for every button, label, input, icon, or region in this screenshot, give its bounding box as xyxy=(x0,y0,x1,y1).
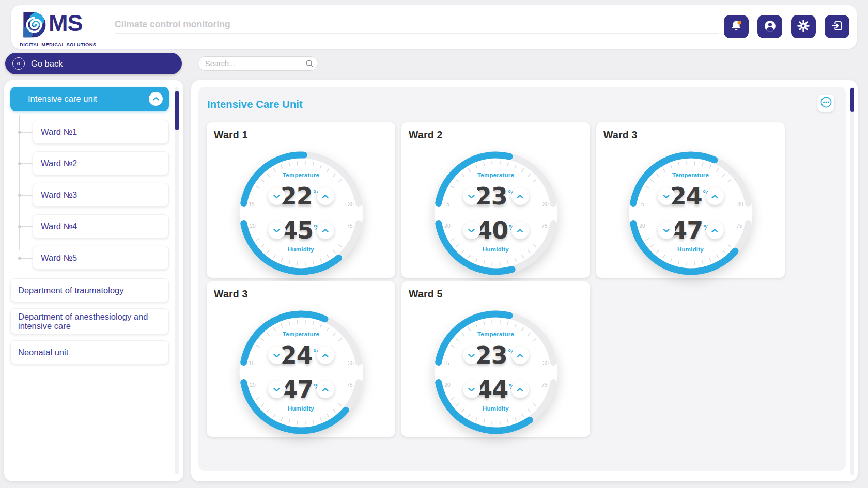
temperature-increase-button[interactable] xyxy=(512,187,529,205)
humidity-increase-button[interactable] xyxy=(512,222,529,239)
panel-title: Intensive Care Unit xyxy=(207,99,303,111)
main-scrollbar-thumb[interactable] xyxy=(850,88,854,112)
climate-gauge: 15302075Temperature 22°C 45% Humidity xyxy=(236,148,366,278)
sidebar-item-ward-1[interactable]: Ward №1 xyxy=(33,120,169,144)
temperature-label: Temperature xyxy=(236,331,366,337)
ward-card-title: Ward 3 xyxy=(596,129,785,141)
header-bar: MS DIGITAL MEDICAL SOLUTIONS xyxy=(11,5,857,49)
humidity-decrease-button[interactable] xyxy=(268,222,286,239)
ward-card-title: Ward 3 xyxy=(207,288,395,300)
chevron-down-icon xyxy=(273,193,281,200)
humidity-increase-button[interactable] xyxy=(512,381,529,398)
temperature-increase-button[interactable] xyxy=(317,187,334,205)
temperature-decrease-button[interactable] xyxy=(463,347,481,364)
humidity-label: Humidity xyxy=(431,405,561,412)
sidebar-item-label: Intensive care unit xyxy=(10,94,97,104)
climate-gauge: 15302075Temperature 23°C 40% Humidity xyxy=(431,148,561,278)
sidebar-item-intensive-care-unit[interactable]: Intensive care unit xyxy=(10,87,169,111)
chevron-up-icon xyxy=(152,95,160,103)
header-actions xyxy=(724,15,849,38)
ellipsis-icon xyxy=(820,96,832,110)
temperature-increase-button[interactable] xyxy=(706,187,724,205)
humidity-value: 44% xyxy=(431,377,561,407)
temperature-value: 22°C xyxy=(236,184,366,214)
humidity-label: Humidity xyxy=(626,246,756,253)
search-input[interactable] xyxy=(198,56,318,71)
ward-card: Ward 515302075Temperature 23°C 44% Humid… xyxy=(401,281,590,437)
sidebar-item-department-1[interactable]: Department of traumatology xyxy=(10,278,169,302)
dms-logo-d-icon xyxy=(20,10,49,42)
chevron-up-icon xyxy=(321,352,329,359)
ward-cards-grid: Ward 115302075Temperature 22°C 45% Humid… xyxy=(207,122,785,437)
account-button[interactable] xyxy=(757,15,782,38)
sidebar: Intensive care unit Ward №1Ward №2Ward №… xyxy=(4,80,183,481)
chevron-down-icon xyxy=(468,386,475,393)
temperature-increase-button[interactable] xyxy=(317,347,334,364)
humidity-decrease-button[interactable] xyxy=(658,222,675,239)
sidebar-item-ward-4[interactable]: Ward №4 xyxy=(33,214,169,238)
logout-icon xyxy=(830,19,844,34)
search-box xyxy=(198,56,318,71)
page-title-input[interactable] xyxy=(115,15,719,34)
gear-icon xyxy=(797,19,810,34)
chevron-up-icon xyxy=(516,227,524,234)
climate-gauge: 15302075Temperature 24°C 47% Humidity xyxy=(626,148,756,278)
chevron-up-icon xyxy=(321,386,329,393)
humidity-increase-button[interactable] xyxy=(317,381,334,398)
sidebar-item-department-2[interactable]: Department of anesthesiology and intensi… xyxy=(10,308,169,334)
logout-button[interactable] xyxy=(825,15,849,38)
temperature-label: Temperature xyxy=(431,172,561,178)
chevron-down-icon xyxy=(273,227,281,234)
temperature-decrease-button[interactable] xyxy=(268,187,286,205)
temperature-label: Temperature xyxy=(626,172,756,178)
climate-gauge: 15302075Temperature 24°C 47% Humidity xyxy=(236,307,366,437)
chevron-down-icon xyxy=(273,352,281,359)
temperature-value: 24°C xyxy=(236,343,366,373)
temperature-value: 23°C xyxy=(431,343,561,373)
temperature-increase-button[interactable] xyxy=(512,347,529,364)
chevron-down-icon xyxy=(662,227,670,234)
temperature-decrease-button[interactable] xyxy=(268,347,286,364)
sidebar-item-ward-2[interactable]: Ward №2 xyxy=(33,151,169,175)
temperature-value: 24°C xyxy=(626,184,756,214)
chevron-up-icon xyxy=(711,193,719,200)
chevron-up-icon xyxy=(711,227,719,234)
double-chevron-left-icon: « xyxy=(12,57,25,70)
temperature-decrease-button[interactable] xyxy=(463,187,481,205)
humidity-increase-button[interactable] xyxy=(706,222,724,239)
temperature-decrease-button[interactable] xyxy=(658,187,675,205)
ward-card-title: Ward 1 xyxy=(207,129,395,141)
ward-card-title: Ward 2 xyxy=(401,129,590,141)
humidity-label: Humidity xyxy=(431,246,561,253)
temperature-label: Temperature xyxy=(431,331,561,337)
humidity-decrease-button[interactable] xyxy=(268,381,286,398)
humidity-value: 47% xyxy=(626,218,756,248)
chevron-up-icon xyxy=(321,193,329,200)
user-icon xyxy=(763,19,777,35)
bell-icon xyxy=(730,19,743,34)
panel-menu-button[interactable] xyxy=(817,95,834,112)
settings-button[interactable] xyxy=(791,15,816,38)
humidity-label: Humidity xyxy=(236,405,366,412)
climate-gauge: 15302075Temperature 23°C 44% Humidity xyxy=(431,307,561,437)
humidity-decrease-button[interactable] xyxy=(463,381,481,398)
ward-card: Ward 315302075Temperature 24°C 47% Humid… xyxy=(207,281,395,437)
sidebar-item-ward-3[interactable]: Ward №3 xyxy=(33,183,169,207)
humidity-decrease-button[interactable] xyxy=(463,222,481,239)
go-back-button[interactable]: « Go back xyxy=(5,53,182,74)
humidity-value: 40% xyxy=(431,218,561,248)
sidebar-item-ward-5[interactable]: Ward №5 xyxy=(33,246,169,270)
notifications-button[interactable] xyxy=(724,15,749,38)
ward-nav-list: Ward №1Ward №2Ward №3Ward №4Ward №5 xyxy=(4,120,183,277)
ward-card: Ward 215302075Temperature 23°C 40% Humid… xyxy=(401,122,590,278)
ward-card-title: Ward 5 xyxy=(401,288,590,300)
chevron-down-icon xyxy=(273,386,281,393)
main-container: Intensive Care Unit Ward 115302075Temper… xyxy=(191,80,858,481)
ward-card: Ward 115302075Temperature 22°C 45% Humid… xyxy=(207,122,395,278)
sidebar-item-department-3[interactable]: Neonatal unit xyxy=(10,340,169,364)
temperature-value: 23°C xyxy=(431,184,561,214)
go-back-label: Go back xyxy=(31,59,63,69)
department-nav-list: Department of traumatologyDepartment of … xyxy=(10,278,169,370)
collapse-button[interactable] xyxy=(149,92,163,106)
humidity-increase-button[interactable] xyxy=(317,222,334,239)
